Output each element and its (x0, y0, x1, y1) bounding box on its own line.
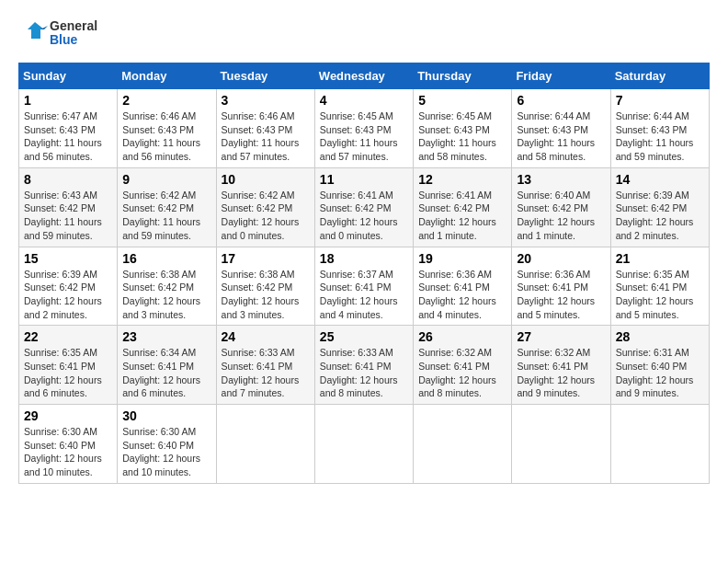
day-number: 15 (24, 251, 112, 266)
day-info: Sunrise: 6:45 AM Sunset: 6:43 PM Dayligh… (320, 109, 408, 164)
calendar-week-3: 15Sunrise: 6:39 AM Sunset: 6:42 PM Dayli… (19, 247, 710, 326)
day-number: 20 (517, 251, 605, 266)
day-info: Sunrise: 6:41 AM Sunset: 6:42 PM Dayligh… (320, 189, 408, 243)
calendar-cell: 6Sunrise: 6:44 AM Sunset: 6:43 PM Daylig… (512, 89, 610, 168)
calendar-cell: 30Sunrise: 6:30 AM Sunset: 6:40 PM Dayli… (118, 405, 216, 484)
day-number: 30 (122, 408, 210, 423)
day-info: Sunrise: 6:35 AM Sunset: 6:41 PM Dayligh… (616, 268, 704, 322)
day-number: 27 (517, 329, 605, 344)
day-number: 7 (616, 93, 704, 108)
day-number: 8 (24, 172, 112, 187)
calendar-cell: 8Sunrise: 6:43 AM Sunset: 6:42 PM Daylig… (19, 167, 118, 247)
calendar-cell: 2Sunrise: 6:46 AM Sunset: 6:43 PM Daylig… (118, 89, 216, 168)
day-number: 14 (616, 172, 704, 187)
day-info: Sunrise: 6:44 AM Sunset: 6:43 PM Dayligh… (616, 109, 704, 164)
day-info: Sunrise: 6:40 AM Sunset: 6:42 PM Dayligh… (517, 189, 605, 243)
day-number: 21 (616, 251, 704, 266)
day-info: Sunrise: 6:32 AM Sunset: 6:41 PM Dayligh… (517, 346, 605, 400)
calendar-cell: 29Sunrise: 6:30 AM Sunset: 6:40 PM Dayli… (19, 405, 118, 484)
day-info: Sunrise: 6:39 AM Sunset: 6:42 PM Dayligh… (24, 268, 112, 322)
day-info: Sunrise: 6:46 AM Sunset: 6:43 PM Dayligh… (122, 109, 210, 164)
day-number: 11 (320, 172, 408, 187)
column-header-tuesday: Tuesday (216, 63, 314, 89)
calendar-week-4: 22Sunrise: 6:35 AM Sunset: 6:41 PM Dayli… (19, 326, 710, 405)
calendar-cell: 27Sunrise: 6:32 AM Sunset: 6:41 PM Dayli… (512, 326, 610, 405)
calendar-cell: 22Sunrise: 6:35 AM Sunset: 6:41 PM Dayli… (19, 326, 118, 405)
logo-wordmark: General Blue (50, 19, 97, 48)
calendar-week-2: 8Sunrise: 6:43 AM Sunset: 6:42 PM Daylig… (19, 167, 710, 247)
day-info: Sunrise: 6:42 AM Sunset: 6:42 PM Dayligh… (222, 189, 310, 243)
calendar-cell: 20Sunrise: 6:36 AM Sunset: 6:41 PM Dayli… (512, 247, 610, 326)
calendar-cell: 10Sunrise: 6:42 AM Sunset: 6:42 PM Dayli… (216, 167, 314, 247)
day-number: 22 (24, 329, 112, 344)
day-number: 18 (320, 251, 408, 266)
day-number: 23 (122, 329, 210, 344)
day-info: Sunrise: 6:39 AM Sunset: 6:42 PM Dayligh… (616, 189, 704, 243)
day-info: Sunrise: 6:38 AM Sunset: 6:42 PM Dayligh… (122, 268, 210, 322)
calendar-cell: 15Sunrise: 6:39 AM Sunset: 6:42 PM Dayli… (19, 247, 118, 326)
logo-blue: Blue (50, 33, 97, 47)
calendar-cell: 28Sunrise: 6:31 AM Sunset: 6:40 PM Dayli… (610, 326, 709, 405)
calendar-cell: 12Sunrise: 6:41 AM Sunset: 6:42 PM Dayli… (414, 167, 512, 247)
day-info: Sunrise: 6:45 AM Sunset: 6:43 PM Dayligh… (418, 109, 506, 164)
calendar-cell (610, 405, 709, 484)
logo-general: General (50, 19, 97, 33)
day-info: Sunrise: 6:43 AM Sunset: 6:42 PM Dayligh… (24, 189, 112, 243)
day-info: Sunrise: 6:36 AM Sunset: 6:41 PM Dayligh… (418, 268, 506, 322)
header-row: SundayMondayTuesdayWednesdayThursdayFrid… (19, 63, 710, 89)
day-number: 26 (418, 329, 506, 344)
calendar-cell: 24Sunrise: 6:33 AM Sunset: 6:41 PM Dayli… (216, 326, 314, 405)
day-number: 9 (122, 172, 210, 187)
calendar-cell (414, 405, 512, 484)
calendar-week-1: 1Sunrise: 6:47 AM Sunset: 6:43 PM Daylig… (19, 89, 710, 168)
calendar-cell: 26Sunrise: 6:32 AM Sunset: 6:41 PM Dayli… (414, 326, 512, 405)
calendar-cell: 25Sunrise: 6:33 AM Sunset: 6:41 PM Dayli… (314, 326, 413, 405)
column-header-wednesday: Wednesday (314, 63, 413, 89)
logo-text-block: General Blue (18, 18, 97, 48)
calendar-cell (512, 405, 610, 484)
column-header-thursday: Thursday (414, 63, 512, 89)
logo-bird-icon (18, 18, 48, 48)
logo: General Blue (18, 18, 97, 48)
day-info: Sunrise: 6:30 AM Sunset: 6:40 PM Dayligh… (122, 425, 210, 479)
column-header-sunday: Sunday (19, 63, 118, 89)
calendar-cell: 3Sunrise: 6:46 AM Sunset: 6:43 PM Daylig… (216, 89, 314, 168)
calendar-table: SundayMondayTuesdayWednesdayThursdayFrid… (18, 63, 710, 484)
day-number: 17 (222, 251, 310, 266)
day-number: 12 (418, 172, 506, 187)
calendar-cell: 4Sunrise: 6:45 AM Sunset: 6:43 PM Daylig… (314, 89, 413, 168)
day-number: 25 (320, 329, 408, 344)
day-info: Sunrise: 6:31 AM Sunset: 6:40 PM Dayligh… (616, 346, 704, 400)
day-number: 3 (222, 93, 310, 108)
day-number: 29 (24, 408, 112, 423)
calendar-week-5: 29Sunrise: 6:30 AM Sunset: 6:40 PM Dayli… (19, 405, 710, 484)
day-number: 6 (517, 93, 605, 108)
svg-marker-0 (28, 22, 44, 39)
day-number: 2 (122, 93, 210, 108)
column-header-saturday: Saturday (610, 63, 709, 89)
day-number: 1 (24, 93, 112, 108)
calendar-cell: 17Sunrise: 6:38 AM Sunset: 6:42 PM Dayli… (216, 247, 314, 326)
calendar-cell: 7Sunrise: 6:44 AM Sunset: 6:43 PM Daylig… (610, 89, 709, 168)
day-number: 4 (320, 93, 408, 108)
calendar-cell: 9Sunrise: 6:42 AM Sunset: 6:42 PM Daylig… (118, 167, 216, 247)
calendar-cell: 18Sunrise: 6:37 AM Sunset: 6:41 PM Dayli… (314, 247, 413, 326)
day-info: Sunrise: 6:30 AM Sunset: 6:40 PM Dayligh… (24, 425, 112, 479)
column-header-friday: Friday (512, 63, 610, 89)
calendar-cell: 23Sunrise: 6:34 AM Sunset: 6:41 PM Dayli… (118, 326, 216, 405)
day-number: 10 (222, 172, 310, 187)
calendar-cell: 14Sunrise: 6:39 AM Sunset: 6:42 PM Dayli… (610, 167, 709, 247)
day-number: 5 (418, 93, 506, 108)
day-info: Sunrise: 6:37 AM Sunset: 6:41 PM Dayligh… (320, 268, 408, 322)
day-info: Sunrise: 6:42 AM Sunset: 6:42 PM Dayligh… (122, 189, 210, 243)
day-info: Sunrise: 6:41 AM Sunset: 6:42 PM Dayligh… (418, 189, 506, 243)
day-number: 28 (616, 329, 704, 344)
day-info: Sunrise: 6:34 AM Sunset: 6:41 PM Dayligh… (122, 346, 210, 400)
calendar-cell: 19Sunrise: 6:36 AM Sunset: 6:41 PM Dayli… (414, 247, 512, 326)
day-info: Sunrise: 6:46 AM Sunset: 6:43 PM Dayligh… (222, 109, 310, 164)
day-info: Sunrise: 6:33 AM Sunset: 6:41 PM Dayligh… (320, 346, 408, 400)
day-info: Sunrise: 6:33 AM Sunset: 6:41 PM Dayligh… (222, 346, 310, 400)
day-info: Sunrise: 6:38 AM Sunset: 6:42 PM Dayligh… (222, 268, 310, 322)
calendar-cell: 1Sunrise: 6:47 AM Sunset: 6:43 PM Daylig… (19, 89, 118, 168)
day-number: 24 (222, 329, 310, 344)
